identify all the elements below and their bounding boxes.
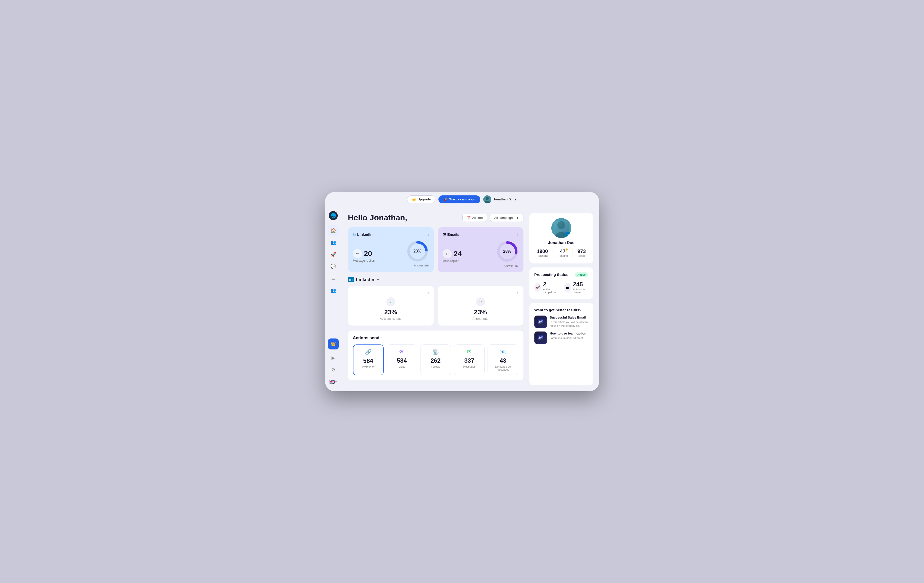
linkedin-section-header[interactable]: in LinkedIn ▼: [348, 277, 523, 282]
settings-icon: ⚙: [331, 367, 335, 373]
visits-icon: 👁: [391, 349, 413, 355]
article-item-0[interactable]: 🌌 Successful Sales Email In this article…: [535, 315, 588, 328]
messages-value: 337: [458, 357, 480, 364]
sidebar-item-home[interactable]: 🏠: [328, 225, 339, 236]
play-icon: ▶: [332, 355, 335, 361]
campaigns-label: Active campaigns: [543, 288, 559, 294]
prospecting-stats: 🚀 2 Active campaigns ☰ 245 Actions in qu…: [535, 281, 588, 294]
article-desc-1: Lorem ipsum dolor sit amet,: [550, 336, 586, 340]
answer-info-icon[interactable]: ℹ: [517, 291, 518, 295]
emails-rate-text: Answer rate: [504, 264, 518, 267]
sidebar-item-messages[interactable]: 💬: [328, 261, 339, 272]
campaigns-filter[interactable]: All campaigns ▼: [490, 214, 523, 222]
linkedin-section-title: LinkedIn: [356, 277, 375, 282]
linkedin-info-icon[interactable]: ℹ: [427, 232, 429, 236]
action-card-visits[interactable]: 👁 584 Visits: [387, 345, 417, 375]
right-panel: in Jonathan Doe 1900 Relations 47 Pendi: [530, 207, 599, 391]
article-title-1: How to use team option: [550, 332, 586, 335]
active-campaigns-stat: 🚀 2 Active campaigns: [535, 281, 559, 294]
sidebar-item-team[interactable]: 👥: [328, 285, 339, 296]
start-campaign-button[interactable]: 🚀 Start a campaign: [439, 195, 480, 203]
action-card-messages[interactable]: ✉ 337 Messages: [454, 345, 485, 375]
visits-label: Visits: [391, 365, 413, 368]
stat-divider-2: [573, 248, 573, 258]
actions-info-icon[interactable]: ℹ: [381, 336, 383, 340]
linkedin-metric-label: Message replies: [353, 259, 375, 263]
user-menu[interactable]: Jonathan D. ▲: [483, 195, 517, 203]
campaigns-val: 2: [543, 281, 559, 288]
emails-card-title: ✉ Emails: [443, 232, 459, 237]
section-chevron-icon: ▼: [376, 277, 380, 282]
list-icon: ☰: [331, 276, 335, 281]
sidebar-item-campaigns[interactable]: 🚀: [328, 249, 339, 260]
sidebar-language-button[interactable]: 🇬🇧 ▼: [328, 377, 339, 387]
demande-value: 43: [492, 357, 514, 364]
action-card-demande[interactable]: 📧 43 Demande de messages: [488, 345, 518, 375]
actions-grid: 🔗 584 Invitations 👁 584 Visits 📡 262 Fol…: [353, 345, 518, 375]
sidebar-item-people[interactable]: 👥: [328, 237, 339, 248]
linkedin-section: in LinkedIn ▼ ℹ ✓ 23% Acceptance rate: [348, 277, 523, 325]
device-frame: 👑 Upgrade 🚀 Start a campaign Jonathan D.…: [325, 192, 599, 391]
article-text-1: How to use team option Lorem ipsum dolor…: [550, 332, 586, 340]
answer-label: Answer rate: [443, 317, 518, 320]
profile-name: Jonathan Doe: [548, 241, 574, 245]
chevron-icon: ▲: [514, 197, 517, 201]
content-header: Hello Jonathan, 📅 All time All campaigns…: [348, 213, 523, 222]
article-title-0: Successful Sales Email: [550, 315, 588, 319]
emails-info-icon[interactable]: ℹ: [517, 233, 518, 236]
upgrade-button[interactable]: 👑 Upgrade: [407, 195, 436, 203]
reply-icon-bubble: ↩: [353, 249, 362, 258]
follows-value: 262: [424, 357, 447, 364]
active-badge: Active: [575, 273, 588, 277]
action-card-invitations[interactable]: 🔗 584 Invitations: [353, 345, 384, 375]
time-filter[interactable]: 📅 All time: [462, 214, 487, 222]
acceptance-info-icon[interactable]: ℹ: [427, 291, 429, 295]
main-layout: 🌐 🏠 👥 🚀 💬 ☰ 👥 👑: [325, 207, 599, 391]
visits-value: 584: [391, 357, 413, 364]
better-results-card: Want to get better results? 🌌 Successful…: [530, 303, 593, 385]
sidebar-crown-button[interactable]: 👑: [328, 339, 339, 349]
emails-rate-label: 28%: [503, 249, 511, 254]
profile-linkedin-badge: in: [565, 232, 571, 238]
linkedin-metric-group: ↩ 20 Message replies: [353, 249, 375, 263]
people-icon: 👥: [330, 240, 336, 245]
sidebar-item-list[interactable]: ☰: [328, 273, 339, 284]
invitations-label: Invitations: [358, 365, 379, 368]
rocket-nav-icon: 🚀: [330, 252, 336, 257]
sidebar-play-button[interactable]: ▶: [328, 352, 339, 363]
actions-section: Actions send ℹ 🔗 584 Invitations 👁 584 V…: [348, 330, 523, 380]
profile-avatar: in: [551, 218, 571, 238]
article-desc-0: In this article you will be able to focu…: [550, 320, 588, 328]
header-filters: 📅 All time All campaigns ▼: [462, 214, 523, 222]
linkedin-section-icon: in: [348, 277, 354, 282]
linkedin-card-title: in LinkedIn: [353, 232, 373, 236]
messages-icon: ✉: [458, 349, 480, 355]
acceptance-label: Acceptance rate: [353, 317, 429, 320]
chat-icon: 💬: [330, 264, 336, 269]
article-thumb-0: 🌌: [535, 315, 547, 328]
acceptance-rate-card: ℹ ✓ 23% Acceptance rate: [348, 286, 434, 325]
profile-stats: 1900 Relations 47 Pending 973 S: [535, 248, 588, 258]
emails-card-body: ↩ 24 Mails replies 28%: [443, 240, 518, 263]
article-text-0: Successful Sales Email In this article y…: [550, 315, 588, 328]
follows-label: Follows: [424, 365, 447, 368]
sidebar-settings-button[interactable]: ⚙: [328, 364, 339, 375]
emails-metric-group: ↩ 24 Mails replies: [443, 249, 462, 263]
actions-title: Actions send: [353, 335, 380, 340]
emails-donut-chart: 28%: [496, 240, 518, 263]
user-name: Jonathan D.: [493, 197, 512, 201]
linkedin-card-body: ↩ 20 Message replies 23%: [353, 240, 429, 263]
prospecting-card: Prospecting Status Active 🚀 2 Active cam…: [530, 268, 593, 299]
linkedin-title-text: LinkedIn: [357, 232, 373, 236]
better-results-title: Want to get better results?: [535, 308, 588, 312]
campaigns-prosp-icon: 🚀: [535, 283, 541, 292]
dropdown-chevron-icon: ▼: [516, 216, 519, 220]
sidebar-logo: 🌐: [329, 211, 338, 220]
chevron-down-icon: ▼: [335, 380, 337, 383]
emails-card-header: ✉ Emails ℹ: [443, 232, 518, 237]
action-card-follows[interactable]: 📡 262 Follows: [420, 345, 451, 375]
emails-metric-val-row: ↩ 24: [443, 249, 462, 258]
messages-label: Messages: [458, 365, 480, 368]
article-item-1[interactable]: 🌌 How to use team option Lorem ipsum dol…: [535, 332, 588, 344]
linkedin-metric-val-row: ↩ 20: [353, 249, 372, 258]
